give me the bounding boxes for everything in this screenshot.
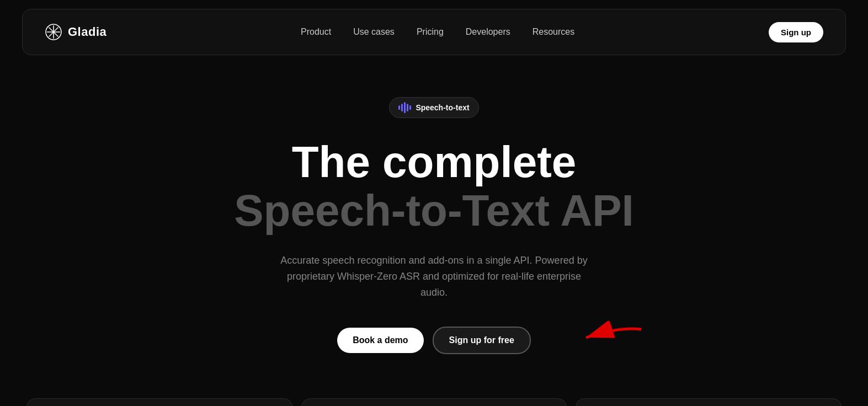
hero-section: Speech-to-text The complete Speech-to-Te… [0, 64, 868, 376]
waveform-icon [398, 102, 411, 113]
hero-title-line1: The complete [292, 138, 577, 186]
arrow-annotation [542, 321, 652, 354]
nav-signup-button[interactable]: Sign up [769, 22, 823, 42]
logo[interactable]: Gladia [45, 23, 106, 41]
nav-link-product[interactable]: Product [301, 27, 331, 37]
hero-title-line2: Speech-to-Text API [234, 186, 634, 235]
badge-label: Speech-to-text [416, 103, 469, 112]
nav-link-use-cases[interactable]: Use cases [353, 27, 395, 37]
nav-link-developers[interactable]: Developers [466, 27, 510, 37]
signup-free-button[interactable]: Sign up for free [433, 327, 531, 354]
gladia-logo-icon [45, 23, 62, 41]
feature-card-go-global: 🌐 Go global [26, 398, 292, 406]
hero-buttons: Book a demo Sign up for free [337, 327, 531, 354]
nav-link-resources[interactable]: Resources [532, 27, 574, 37]
speech-to-text-badge: Speech-to-text [389, 97, 478, 118]
nav-links: Product Use cases Pricing Developers Res… [301, 27, 574, 37]
red-arrow-icon [542, 321, 652, 354]
book-demo-button[interactable]: Book a demo [337, 328, 423, 353]
hero-subtitle: Accurate speech recognition and add-ons … [274, 253, 594, 300]
nav-link-pricing[interactable]: Pricing [417, 27, 444, 37]
feature-card-user-experience: 😊 Better user experience [301, 398, 567, 406]
navbar: Gladia Product Use cases Pricing Develop… [22, 9, 846, 55]
feature-cards: 🌐 Go global 😊 Better user experience 🔒 S… [22, 398, 846, 406]
feature-card-simple-secure: 🔒 Simple and secure [576, 398, 842, 406]
logo-text: Gladia [68, 25, 106, 39]
